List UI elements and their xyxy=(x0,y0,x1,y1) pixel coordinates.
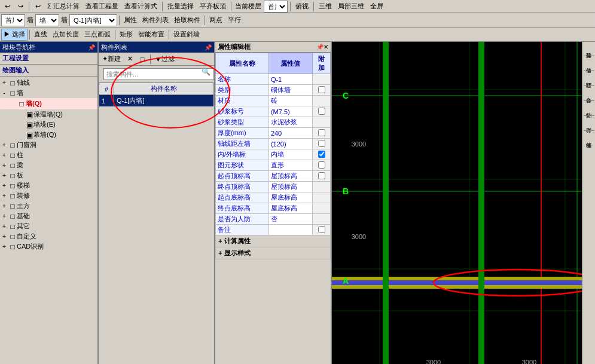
tree-item-earth[interactable]: + □ 土方 xyxy=(0,201,97,211)
section-calc-toggle[interactable]: + xyxy=(218,237,222,244)
tb-define[interactable]: ↩ xyxy=(32,1,44,13)
cb-14[interactable] xyxy=(318,226,325,233)
toggle-other[interactable]: + xyxy=(0,223,8,230)
cb-5[interactable] xyxy=(318,129,325,136)
tree-item-curtain[interactable]: · ▣ 幕墙(Q) xyxy=(0,130,97,140)
toggle-door[interactable]: + xyxy=(0,142,8,148)
rs-break-btn[interactable]: 打断 xyxy=(583,73,595,84)
tree-item-other[interactable]: + □ 其它 xyxy=(0,221,97,231)
floor-sel2[interactable]: 首层 xyxy=(1,14,25,26)
prop-val-2[interactable]: 砖 xyxy=(268,96,312,106)
tb-fullscreen[interactable]: 全屏 xyxy=(368,1,386,13)
prop-val-8[interactable]: 直形 xyxy=(268,160,312,171)
pin-icon[interactable]: 📌 xyxy=(88,44,95,51)
tb-view-formula[interactable]: 查看计算式 xyxy=(122,1,160,13)
toggle-stair[interactable]: + xyxy=(0,182,8,189)
tb-property[interactable]: 属性 xyxy=(121,14,139,26)
rs-offset-btn[interactable]: 偏移 xyxy=(583,133,595,143)
toggle-slab[interactable]: + xyxy=(0,172,8,179)
delete-member-btn[interactable]: ✕ xyxy=(124,53,136,65)
tree-item-wall-group[interactable]: - □ 墙 xyxy=(0,88,97,98)
prop-val-6[interactable]: (120) xyxy=(268,139,312,149)
rs-split-btn[interactable]: 分割 xyxy=(583,103,595,114)
prop-val-9[interactable]: 屋顶标高 xyxy=(268,171,312,182)
prop-val-5[interactable]: 240 xyxy=(268,128,312,139)
tree-item-door[interactable]: + □ 门窗洞 xyxy=(0,140,97,150)
wall-id-sel[interactable]: Q-1[内墙] xyxy=(69,14,117,26)
tb-member-list[interactable]: 构件列表 xyxy=(140,14,171,26)
rs-trim-btn[interactable]: 修剪 xyxy=(583,58,595,69)
prop-add-6[interactable] xyxy=(313,139,331,149)
tree-item-stair[interactable]: + □ 楼梯 xyxy=(0,181,97,191)
tree-item-slab[interactable]: + □ 板 xyxy=(0,170,97,181)
tb-parallel[interactable]: 平行 xyxy=(225,14,243,26)
prop-val-0[interactable]: Q-1 xyxy=(268,74,312,85)
tb-calc[interactable]: Σ 汇总计算 xyxy=(45,1,82,13)
cb-6[interactable] xyxy=(318,140,325,147)
prop-add-3[interactable] xyxy=(313,106,331,117)
cb-1[interactable] xyxy=(318,86,325,93)
tb-batch-select[interactable]: 批量选择 xyxy=(165,1,196,13)
tree-item-beam[interactable]: + □ 梁 xyxy=(0,160,97,170)
tree-item-column[interactable]: + □ 柱 xyxy=(0,150,97,160)
toggle-axis[interactable]: + xyxy=(0,79,8,86)
prop-val-4[interactable]: 水泥砂浆 xyxy=(268,117,312,128)
prop-val-1[interactable]: 砌体墙 xyxy=(268,85,312,96)
prop-val-11[interactable]: 屋底标高 xyxy=(268,192,312,203)
toggle-earth[interactable]: + xyxy=(0,203,8,209)
tb-view-qty[interactable]: 查看工程量 xyxy=(83,1,121,13)
tb-view-3d[interactable]: 三维 xyxy=(316,1,334,13)
tb-view-top[interactable]: 俯视 xyxy=(293,1,311,13)
toggle-wall[interactable]: - xyxy=(0,90,8,96)
tb-select[interactable]: ▶ 选择 xyxy=(1,29,28,41)
section-display-row[interactable]: + 显示样式 xyxy=(216,247,331,259)
section-project-settings[interactable]: 工程设置 xyxy=(0,53,97,65)
rs-align-btn[interactable]: 对齐 xyxy=(583,118,595,129)
tree-item-decor[interactable]: + □ 装修 xyxy=(0,191,97,201)
copy-member-btn[interactable]: □ xyxy=(136,53,148,65)
prop-val-12[interactable]: 屋底标高 xyxy=(268,203,312,214)
toggle-cad[interactable]: + xyxy=(0,243,8,250)
rs-extend-btn[interactable]: 延伸 xyxy=(583,43,595,54)
tb-arc3pt[interactable]: 三点画弧 xyxy=(82,29,113,41)
prop-add-5[interactable] xyxy=(313,128,331,139)
prop-val-10[interactable]: 屋顶标高 xyxy=(268,182,312,192)
floor-select[interactable]: 首层 xyxy=(264,1,288,13)
cb-8[interactable] xyxy=(318,161,325,169)
prop-val-13[interactable]: 否 xyxy=(268,214,312,225)
cb-7[interactable] xyxy=(318,151,325,158)
prop-add-8[interactable] xyxy=(313,160,331,171)
section-draw-input[interactable]: 绘图输入 xyxy=(0,65,97,77)
tb-set-slope-wall[interactable]: 设置斜墙 xyxy=(171,29,202,41)
toggle-beam[interactable]: + xyxy=(0,162,8,169)
wall-sel1[interactable]: 墙 xyxy=(35,14,59,26)
search-input[interactable] xyxy=(103,68,214,80)
prop-add-7[interactable] xyxy=(313,149,331,160)
prop-val-14[interactable] xyxy=(268,225,312,235)
tb-view-local3d[interactable]: 局部三维 xyxy=(335,1,367,13)
tb-two-point[interactable]: 两点 xyxy=(207,14,225,26)
toggle-custom[interactable]: + xyxy=(0,233,8,240)
props-pin-btn[interactable]: 📌 xyxy=(316,44,324,50)
tree-item-found[interactable]: + □ 基础 xyxy=(0,211,97,221)
tb-rect[interactable]: 矩形 xyxy=(117,29,135,41)
prop-add-9[interactable] xyxy=(313,171,331,182)
tree-item-barrier[interactable]: · ▣ 墙垛(E) xyxy=(0,120,97,130)
toggle-found[interactable]: + xyxy=(0,213,8,219)
search-btn[interactable]: 🔍 xyxy=(202,68,210,76)
prop-val-7[interactable]: 内墙 xyxy=(268,149,312,160)
tb-point-extend[interactable]: 点加长度 xyxy=(50,29,81,41)
tree-item-wall-q[interactable]: · □ 墙(Q) xyxy=(0,98,97,109)
prop-add-14[interactable] xyxy=(313,225,331,235)
cb-9[interactable] xyxy=(318,172,325,179)
prop-add-1[interactable] xyxy=(313,85,331,96)
toggle-decor[interactable]: + xyxy=(0,192,8,199)
tb-undo[interactable]: ↩ xyxy=(1,1,13,13)
tree-item-cad[interactable]: + □ CAD识别 xyxy=(0,241,97,252)
props-close-btn[interactable]: ✕ xyxy=(324,44,328,50)
rs-merge-btn[interactable]: 合并 xyxy=(583,88,595,99)
section-calc-row[interactable]: + 计算属性 xyxy=(216,235,331,247)
pin-icon-member[interactable]: 📌 xyxy=(205,44,212,51)
tree-item-thermal[interactable]: · ▣ 保温墙(Q) xyxy=(0,109,97,120)
tb-smart-place[interactable]: 智能布置 xyxy=(136,29,167,41)
